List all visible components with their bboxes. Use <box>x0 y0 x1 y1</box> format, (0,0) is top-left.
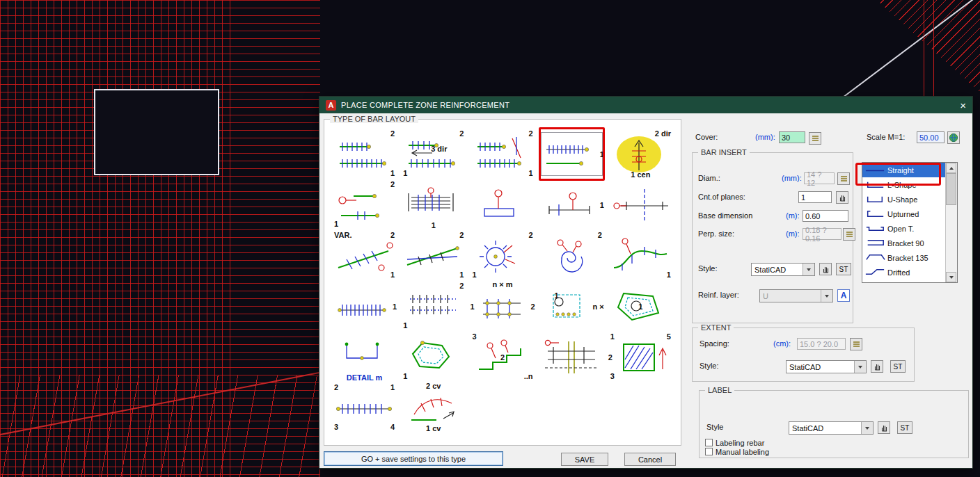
open-t-shape-icon <box>864 223 886 234</box>
bar-layout-single-row[interactable]: 1 <box>330 281 399 332</box>
bar-style-select[interactable]: StatiCAD <box>751 263 815 276</box>
bar-layout-nxm[interactable]: n × m 1 2 <box>468 281 537 332</box>
bar-layout-2dir-center[interactable]: 2 dir 1 cen <box>606 129 675 179</box>
bar-style-pick-button[interactable] <box>819 263 832 275</box>
shape-item-upturned[interactable]: Upturned <box>862 207 946 221</box>
diam-input[interactable]: 14 ? 12 <box>804 172 835 184</box>
cad-canvas[interactable]: A PLACE COMPLETE ZONE REINFORCEMENT × TY… <box>0 0 980 477</box>
dialog-title: PLACE COMPLETE ZONE REINFORCEMENT <box>341 101 509 109</box>
diam-unit: (mm): <box>782 174 802 182</box>
type-of-bar-layout-group: TYPE OF BAR LAYOUT 2 1 2 3 dir 1 <box>324 119 681 446</box>
dialog-body: TYPE OF BAR LAYOUT 2 1 2 3 dir 1 <box>319 113 972 468</box>
bar-layout-icon <box>471 134 535 175</box>
bar-style-st-button[interactable]: ST <box>836 263 851 275</box>
shape-label: L-Shape <box>887 181 917 189</box>
go-save-settings-button[interactable]: GO + save settings to this type <box>324 451 503 466</box>
chevron-down-icon[interactable] <box>803 264 814 275</box>
bar-layout-dotted-rows[interactable]: 2 1 <box>399 281 468 332</box>
cnt-pick-button[interactable] <box>836 191 848 204</box>
reinf-layer-select[interactable]: U <box>759 289 833 302</box>
spacing-stack-button[interactable] <box>850 338 862 350</box>
bar-layout-single-span[interactable]: 1 <box>537 179 606 230</box>
cover-input[interactable]: 30 <box>779 131 805 143</box>
bar-layout-leader[interactable]: 2 1 <box>330 179 399 230</box>
manual-labeling-checkbox[interactable] <box>705 448 713 455</box>
scroll-up-icon[interactable] <box>946 163 956 173</box>
labeling-rebar-checkbox[interactable] <box>705 439 713 446</box>
spacing-input[interactable]: 15.0 ? 20.0 <box>797 338 846 350</box>
bar-layout-icon <box>402 236 466 276</box>
close-icon[interactable]: × <box>960 100 966 111</box>
icon-label: 1 <box>432 222 436 229</box>
scroll-down-icon[interactable] <box>946 272 956 282</box>
shape-item-l-shape[interactable]: L-Shape <box>862 177 946 192</box>
extent-style-pick-button[interactable] <box>871 360 883 373</box>
pick-hand-icon <box>873 362 882 371</box>
icon-label: 1 <box>393 302 397 310</box>
extent-style-select[interactable]: StatiCAD <box>786 360 867 373</box>
stack-icon <box>845 230 854 239</box>
bar-layout-spiral[interactable]: 2 <box>537 230 606 281</box>
group-title: TYPE OF BAR LAYOUT <box>330 115 418 123</box>
bar-layout-four-ends[interactable]: 2 3 1 4 <box>330 382 399 433</box>
perp-size-input[interactable]: 0.18 ? 0.16 <box>803 228 841 240</box>
cnt-planes-input[interactable]: 1 <box>798 191 832 203</box>
base-dimension-input[interactable]: 0.60 <box>803 210 848 222</box>
bar-layout-variable[interactable]: VAR. 2 1 <box>330 230 399 281</box>
bar-layout-axis-cross[interactable] <box>606 179 675 230</box>
bar-layout-radial[interactable]: 2 1 <box>468 230 537 281</box>
shape-item-u-shape[interactable]: U-Shape <box>862 192 946 207</box>
perp-size-label: Perp. size: <box>698 229 734 238</box>
extent-style-st-button[interactable]: ST <box>890 360 906 373</box>
chevron-down-icon[interactable] <box>861 422 873 434</box>
shape-item-open-t[interactable]: Open T. <box>862 221 946 236</box>
bar-layout-hatched[interactable]: 5 1 2 3 <box>606 332 675 382</box>
save-button[interactable]: SAVE <box>561 453 608 466</box>
manual-labeling-label: Manual labeling <box>716 448 769 456</box>
icon-label: 1 <box>403 373 407 380</box>
bar-layout-beam[interactable] <box>468 179 537 230</box>
cancel-button[interactable]: Cancel <box>624 453 676 466</box>
icon-label: 2 <box>390 232 395 239</box>
bar-layout-skewed[interactable]: 2 1 <box>468 129 537 179</box>
bar-shape-list: Straight L-Shape U-Shape Upturned <box>862 162 958 283</box>
diam-stack-button[interactable] <box>837 172 850 185</box>
icon-label: 2 <box>528 232 532 239</box>
shape-item-bracket-90[interactable]: Bracket 90 <box>862 236 946 250</box>
bar-layout-icon <box>471 286 535 327</box>
bar-layout-sloped[interactable]: 2 1 <box>399 230 468 281</box>
layer-a-button[interactable]: A <box>837 289 850 302</box>
bar-layout-detail[interactable]: DETAIL m <box>330 332 399 382</box>
bar-layout-curved[interactable]: 1 <box>606 230 675 281</box>
shape-list-scrollbar[interactable] <box>945 163 957 282</box>
dialog-titlebar[interactable]: A PLACE COMPLETE ZONE REINFORCEMENT × <box>319 97 972 113</box>
bar-layout-polygon[interactable]: 1 <box>606 281 675 332</box>
scale-globe-button[interactable] <box>947 131 960 144</box>
perp-stack-button[interactable] <box>843 228 855 241</box>
shape-item-bracket-135[interactable]: Bracket 135 <box>862 250 946 265</box>
shape-item-straight[interactable]: Straight <box>862 163 946 177</box>
chevron-down-icon[interactable] <box>854 361 866 373</box>
icon-label: 1 <box>528 170 532 177</box>
icon-label: 3 dir <box>431 145 447 153</box>
place-zone-reinforcement-dialog: A PLACE COMPLETE ZONE REINFORCEMENT × TY… <box>319 96 973 469</box>
shape-item-drifted[interactable]: Drifted <box>862 265 946 280</box>
bar-layout-section[interactable] <box>537 332 606 382</box>
bar-layout-two-layer[interactable]: 2 1 <box>330 129 399 179</box>
cover-stack-button[interactable] <box>809 132 821 145</box>
icon-label: DETAIL m <box>347 374 383 382</box>
label-style-pick-button[interactable] <box>878 421 890 434</box>
bar-layout-selected[interactable]: 1 <box>537 129 606 179</box>
bar-layout-stacked[interactable]: 1 <box>399 179 468 230</box>
bar-layout-3dir[interactable]: 2 3 dir 1 <box>399 129 468 179</box>
bar-layout-nx-box[interactable]: 1 n × <box>537 281 606 332</box>
bar-layout-region[interactable]: 1 <box>399 332 468 382</box>
label-style-st-button[interactable]: ST <box>897 421 912 434</box>
scrollbar-thumb[interactable] <box>946 173 956 205</box>
bar-layout-stairs[interactable]: 3 2 ..n <box>468 332 537 382</box>
chevron-down-icon[interactable] <box>821 290 832 302</box>
scale-input[interactable]: 50.00 <box>917 131 945 143</box>
label-style-select[interactable]: StatiCAD <box>789 421 874 435</box>
bar-layout-curve-cv[interactable]: 2 cv 1 cv <box>399 382 468 433</box>
icon-label: 2 <box>334 384 338 391</box>
